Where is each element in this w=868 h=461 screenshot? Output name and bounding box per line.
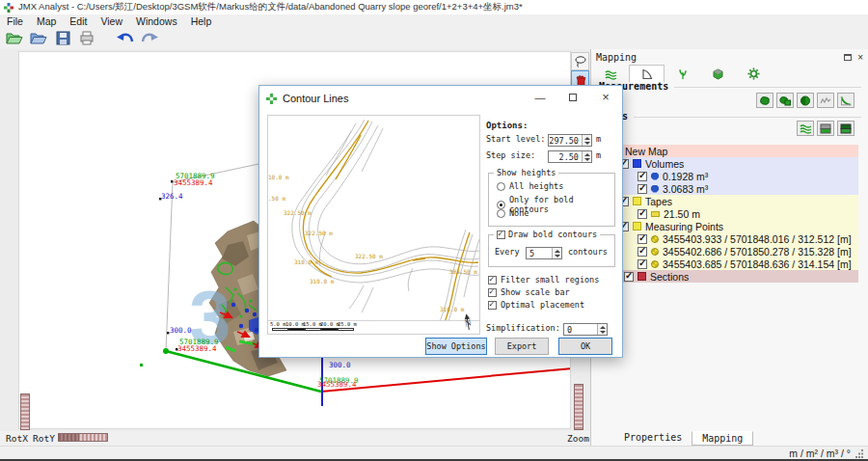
contour-lines-dialog: Contour Lines — × bbox=[258, 85, 623, 358]
checkbox[interactable] bbox=[637, 247, 647, 257]
tree-item-sections[interactable]: Sections bbox=[605, 270, 858, 283]
minimize-button[interactable]: — bbox=[524, 86, 556, 111]
contour-label: 310.0 m bbox=[310, 278, 335, 285]
step-size-label: Step size: bbox=[486, 150, 535, 160]
menu-map[interactable]: Map bbox=[30, 15, 63, 27]
measurements-section-header: Measurements bbox=[599, 81, 861, 92]
sphere-tool-button[interactable] bbox=[797, 93, 814, 108]
section-curve-tool-button[interactable] bbox=[837, 93, 854, 108]
open-file-button[interactable] bbox=[29, 30, 48, 47]
show-scale-bar-check[interactable]: Show scale bar bbox=[488, 287, 570, 297]
export-button[interactable]: Export bbox=[495, 338, 549, 355]
step-size-input[interactable]: 2.50 bbox=[548, 150, 592, 163]
tree-item-tape-1[interactable]: 21.50 m bbox=[605, 207, 858, 220]
scale-tick-label: 5.0 m bbox=[270, 321, 286, 327]
main-toolbar bbox=[0, 27, 868, 49]
spinner-arrows[interactable] bbox=[582, 151, 591, 162]
checkbox[interactable] bbox=[637, 259, 647, 269]
tree-item-volume-1[interactable]: 0.1928 m³ bbox=[605, 170, 858, 182]
filter-small-regions-check[interactable]: Filter small regions bbox=[488, 275, 599, 285]
menu-windows[interactable]: Windows bbox=[129, 15, 184, 27]
select-lasso-tool-button[interactable] bbox=[571, 52, 589, 70]
tab-mapping-bottom[interactable]: Mapping bbox=[692, 431, 753, 446]
unit-label: m bbox=[596, 150, 601, 160]
spinner-arrows[interactable] bbox=[552, 248, 561, 258]
tab-properties[interactable]: Properties bbox=[614, 431, 692, 446]
tree-item-new-map[interactable]: New Map bbox=[605, 145, 858, 157]
show-heights-group: Show heights All heights Only for bold c… bbox=[488, 173, 615, 227]
save-button[interactable] bbox=[53, 30, 72, 47]
tree-label: 3.0683 m³ bbox=[663, 183, 708, 195]
volume-plane-tool-button[interactable] bbox=[776, 93, 794, 108]
hillshade-tool-button[interactable] bbox=[817, 121, 834, 136]
optimal-placement-check[interactable]: Optimal placement bbox=[488, 300, 584, 310]
sections-color-icon bbox=[637, 272, 646, 281]
scale-bar: 5.0 m 10.0 m 15.0 m 20.0 m 25.0 m bbox=[270, 321, 366, 333]
dialog-plus-icon bbox=[266, 94, 277, 104]
bold-contours-group: Draw bold contours Every 5 contours bbox=[488, 234, 615, 267]
resize-grip-icon[interactable] bbox=[855, 449, 864, 458]
tree-item-measuring-points[interactable]: Measuring Points bbox=[605, 220, 858, 232]
menu-edit[interactable]: Edit bbox=[63, 15, 94, 27]
rotx-label: RotX bbox=[6, 433, 28, 444]
float-panel-icon[interactable] bbox=[844, 54, 852, 61]
volume-blob-icon bbox=[651, 173, 659, 180]
tree-item-volume-2[interactable]: 3.0683 m³ bbox=[605, 182, 858, 195]
tree-item-point-3[interactable]: 3455403.685 / 5701848.636 / 314.154 [m] bbox=[605, 258, 858, 270]
point-icon bbox=[651, 260, 659, 268]
gear-icon bbox=[747, 68, 760, 80]
rotation-slider[interactable] bbox=[58, 433, 108, 442]
panel-header: Mapping × bbox=[591, 49, 868, 65]
radio-all-heights[interactable]: All heights bbox=[497, 181, 563, 191]
ok-button[interactable]: OK bbox=[558, 338, 612, 355]
measuring-points-color-icon bbox=[633, 222, 641, 230]
tree-label: Measuring Points bbox=[645, 221, 723, 232]
window-title: JMX Analyst - C:/Users/郑江/Desktop/3GSM软件… bbox=[18, 1, 523, 14]
options-header: Options: bbox=[486, 121, 528, 130]
app-logo-icon bbox=[4, 3, 14, 13]
zoom-slider[interactable] bbox=[574, 384, 583, 430]
radio-none[interactable]: None bbox=[497, 208, 529, 218]
tree-label: 3455403.933 / 5701848.016 / 312.512 [m] bbox=[663, 233, 852, 245]
show-heights-legend: Show heights bbox=[494, 168, 558, 177]
redo-button[interactable] bbox=[140, 30, 159, 47]
contour-lines-tool-button[interactable] bbox=[797, 121, 814, 136]
start-level-input[interactable]: 297.50 bbox=[548, 134, 592, 147]
tree-item-point-1[interactable]: 3455403.933 / 5701848.016 / 312.512 [m] bbox=[605, 232, 858, 245]
tree-item-volumes[interactable]: Volumes bbox=[605, 157, 858, 170]
checkbox[interactable] bbox=[637, 172, 647, 181]
unit-label: m bbox=[596, 134, 601, 144]
tree-label: 3455402.686 / 5701850.278 / 315.328 [m] bbox=[663, 246, 852, 258]
checkbox[interactable] bbox=[637, 184, 647, 194]
open-project-button[interactable] bbox=[5, 30, 24, 47]
scale-tick-label: 25.0 m bbox=[338, 321, 357, 327]
tree-item-tapes[interactable]: Tapes bbox=[605, 195, 858, 207]
menu-help[interactable]: Help bbox=[184, 15, 219, 27]
tape-icon bbox=[651, 211, 660, 217]
maximize-button[interactable] bbox=[556, 86, 589, 111]
checkbox[interactable] bbox=[637, 234, 647, 244]
simplification-input[interactable]: 0 bbox=[563, 323, 608, 336]
checkbox[interactable] bbox=[624, 272, 634, 282]
undo-button[interactable] bbox=[116, 30, 135, 47]
tree-label: 3455403.685 / 5701848.636 / 314.154 [m] bbox=[663, 258, 852, 270]
rotz-slider[interactable] bbox=[20, 393, 30, 430]
close-button[interactable]: × bbox=[589, 86, 622, 111]
every-input[interactable]: 5 bbox=[526, 247, 562, 259]
axis-label: 326.4 bbox=[161, 192, 183, 201]
draw-bold-contours-check[interactable]: Draw bold contours bbox=[494, 230, 600, 239]
checkbox[interactable] bbox=[637, 209, 647, 219]
profile-tool-button[interactable] bbox=[817, 93, 834, 108]
spinner-arrows[interactable] bbox=[597, 324, 607, 335]
close-panel-icon[interactable]: × bbox=[857, 54, 863, 61]
start-level-label: Start level: bbox=[486, 134, 545, 144]
print-button[interactable] bbox=[77, 30, 96, 47]
tree-item-point-2[interactable]: 3455402.686 / 5701850.278 / 315.328 [m] bbox=[605, 245, 858, 258]
volume-tool-button[interactable] bbox=[756, 93, 773, 108]
elevation-map-tool-button[interactable] bbox=[837, 121, 854, 136]
svg-text:N: N bbox=[464, 317, 473, 328]
show-options-button[interactable]: Show Options bbox=[425, 338, 487, 355]
menu-file[interactable]: File bbox=[0, 15, 30, 27]
spinner-arrows[interactable] bbox=[582, 135, 591, 146]
menu-view[interactable]: View bbox=[94, 15, 129, 27]
